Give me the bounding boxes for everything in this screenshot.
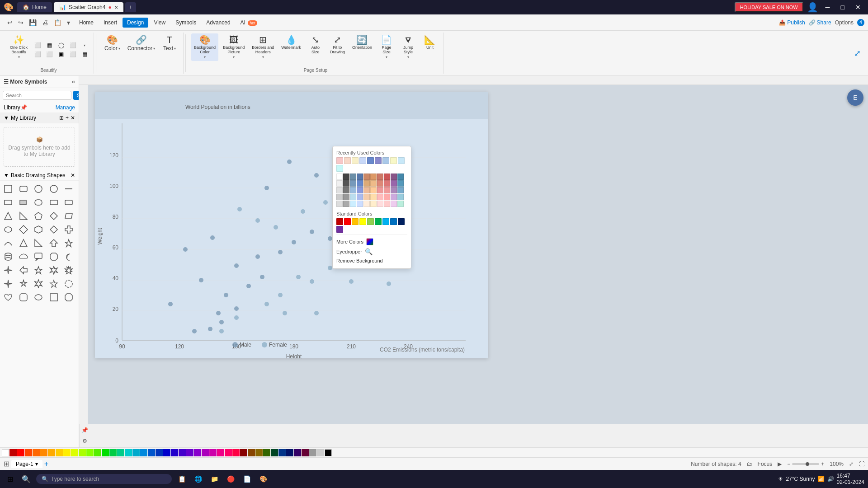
bg-picture-dropdown-arrow[interactable]: ▾ — [233, 55, 235, 59]
text-button[interactable]: T Text ▾ — [160, 33, 179, 53]
shape-star-5-2[interactable] — [17, 277, 30, 290]
palette-blue3[interactable] — [156, 449, 163, 456]
publish-button[interactable]: 📤 Publish — [779, 19, 805, 26]
palette-maroon[interactable] — [240, 449, 247, 456]
palette-brown[interactable] — [248, 449, 255, 456]
shape-rounded-square[interactable] — [17, 291, 30, 304]
color-red-orange[interactable] — [377, 174, 383, 180]
recent-color-1[interactable] — [336, 157, 343, 164]
auto-size-button[interactable]: ⤡ Auto Size — [306, 33, 326, 56]
shapes-expand-icon[interactable]: ▼ — [4, 172, 9, 178]
color-picker-dropdown[interactable]: Recently Used Colors — [332, 146, 411, 269]
shape-hexagon[interactable] — [32, 223, 45, 236]
unit-button[interactable]: 📐 Unit — [420, 33, 440, 52]
quick-access-dropdown[interactable]: ▾ — [65, 18, 72, 27]
shape-triangle-2[interactable] — [17, 237, 30, 249]
shape-cylinder[interactable] — [2, 250, 14, 263]
right-sidebar-btn-2[interactable]: ⚙ — [80, 436, 90, 446]
palette-purple[interactable] — [186, 449, 193, 456]
menu-ai[interactable]: AI hot — [236, 18, 262, 28]
connector-dropdown[interactable]: Connector ▾ — [127, 45, 155, 52]
shape-star-6[interactable] — [47, 264, 60, 277]
recent-color-3[interactable] — [352, 157, 359, 164]
options-button[interactable]: Options — [835, 19, 854, 26]
shape-square[interactable] — [2, 183, 14, 195]
borders-headers-button[interactable]: ⊞ Borders and Headers ▾ — [249, 33, 277, 61]
sidebar-collapse-btn[interactable]: « — [72, 79, 75, 85]
menu-design[interactable]: Design — [123, 18, 148, 28]
recent-color-2[interactable] — [344, 157, 351, 164]
palette-dark-blue[interactable] — [163, 449, 170, 456]
color-orange[interactable] — [363, 174, 370, 180]
palette-yellow-green[interactable] — [71, 449, 78, 456]
palette-dark-teal[interactable] — [271, 449, 278, 456]
std-color-2[interactable] — [344, 218, 351, 225]
color-purple[interactable] — [391, 174, 397, 180]
jump-style-button[interactable]: ⛛ Jump Style ▾ — [398, 33, 418, 61]
shape-rect-4[interactable] — [62, 196, 75, 209]
jump-style-dropdown-arrow[interactable]: ▾ — [407, 55, 409, 59]
add-page-btn[interactable]: + — [44, 460, 48, 468]
layout-btn-3[interactable]: ◯ — [56, 41, 66, 49]
shapes-close-icon[interactable]: ✕ — [71, 172, 75, 178]
explorer-btn[interactable]: 📁 — [208, 473, 221, 485]
more-colors-swatch[interactable] — [366, 238, 373, 245]
shape-parallelogram[interactable] — [62, 210, 75, 222]
orientation-button[interactable]: 🔄 Orientation — [349, 33, 375, 52]
watermark-button[interactable]: 💧 Watermark — [278, 33, 304, 52]
layout-btn-8[interactable]: ⬜ — [67, 50, 78, 58]
palette-dark-navy[interactable] — [286, 449, 293, 456]
recent-color-10[interactable] — [336, 165, 343, 172]
layout-btn-9[interactable]: ▦ — [79, 50, 90, 58]
zoom-in-btn[interactable]: + — [821, 461, 824, 467]
minimize-button[interactable]: ─ — [822, 4, 834, 11]
edraw-taskbar-btn[interactable]: 🎨 — [257, 473, 269, 485]
menu-home[interactable]: Home — [75, 18, 98, 28]
shape-arrow[interactable] — [47, 237, 60, 249]
palette-dark-purple[interactable] — [294, 449, 301, 456]
color-orange2[interactable] — [370, 174, 377, 180]
palette-pink[interactable] — [209, 449, 217, 456]
menu-view[interactable]: View — [149, 18, 170, 28]
recent-color-4[interactable] — [359, 157, 366, 164]
shape-rect-2[interactable] — [2, 196, 14, 209]
color-dark[interactable] — [343, 174, 349, 180]
shape-right-triangle[interactable] — [17, 210, 30, 222]
color-blue2[interactable] — [357, 174, 363, 180]
palette-gray[interactable] — [309, 449, 316, 456]
palette-magenta[interactable] — [202, 449, 209, 456]
palette-green2[interactable] — [109, 449, 117, 456]
remove-background-row[interactable]: Remove Background — [336, 257, 407, 265]
palette-navy[interactable] — [278, 449, 286, 456]
palette-white[interactable] — [2, 449, 9, 456]
palette-green-lime[interactable] — [94, 449, 101, 456]
palette-green[interactable] — [102, 449, 109, 456]
shape-star[interactable] — [62, 237, 75, 249]
recent-color-5[interactable] — [367, 157, 374, 164]
color-dropdown-arrow[interactable]: ▾ — [118, 47, 120, 51]
shape-rounded-rect[interactable] — [17, 183, 30, 195]
shape-diamond-3[interactable] — [47, 223, 60, 236]
home-tab[interactable]: 🏠 Home — [17, 2, 52, 12]
shape-right-triangle-2[interactable] — [32, 237, 45, 249]
palette-light-gray[interactable] — [317, 449, 324, 456]
zoom-slider-thumb[interactable] — [806, 462, 809, 466]
connector-button[interactable]: 🔗 Connector ▾ — [125, 33, 158, 53]
std-color-1[interactable] — [336, 218, 343, 225]
shape-callout[interactable] — [32, 250, 45, 263]
one-click-beautify-button[interactable]: ✨ One Click Beautify ▾ — [7, 33, 30, 61]
palette-hot-pink[interactable] — [217, 449, 224, 456]
recent-color-9[interactable] — [398, 157, 405, 164]
shape-gear[interactable] — [62, 277, 75, 290]
eyedropper-row[interactable]: Eyedropper 🔍 — [336, 247, 407, 257]
fit-to-drawing-button[interactable]: ⤢ Fit to Drawing — [327, 33, 348, 56]
shape-ellipse[interactable] — [2, 223, 14, 236]
menu-symbols[interactable]: Symbols — [171, 18, 201, 28]
taskbar-search[interactable]: 🔍 Type here to search — [36, 474, 172, 484]
edge-btn[interactable]: 🌐 — [192, 473, 204, 485]
borders-dropdown-arrow[interactable]: ▾ — [262, 55, 264, 59]
shape-star-6-2[interactable] — [32, 277, 45, 290]
bg-color-dropdown-arrow[interactable]: ▾ — [204, 55, 206, 59]
color-blue3[interactable] — [397, 174, 404, 180]
scatter-graph-tab[interactable]: 📊 Scatter Graph4 ● ✕ — [54, 2, 123, 12]
